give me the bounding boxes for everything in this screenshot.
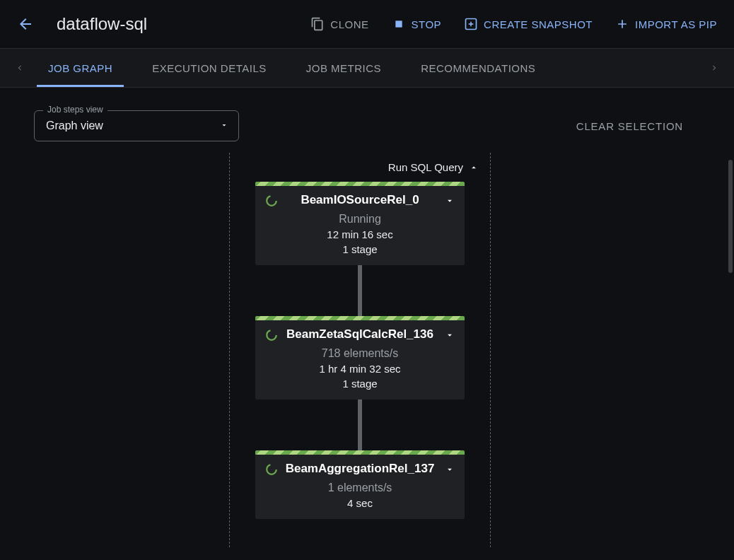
clone-label: CLONE (330, 18, 368, 30)
tabs-next[interactable] (706, 59, 723, 76)
node-title-row: BeamZetaSqlCalcRel_136 (255, 320, 465, 346)
group-title: Run SQL Query (388, 161, 463, 173)
select-value: Graph view (46, 119, 204, 132)
caret-down-icon (220, 119, 228, 132)
group-container: Run SQL Query BeamIOSourceRel_0 Running … (229, 153, 491, 549)
import-label: IMPORT AS PIP (635, 18, 717, 30)
select-legend: Job steps view (43, 105, 107, 115)
stop-button[interactable]: STOP (392, 17, 442, 31)
clone-button[interactable]: CLONE (310, 17, 368, 31)
svg-point-6 (267, 465, 276, 474)
tabs-prev[interactable] (11, 59, 28, 76)
node-title: BeamZetaSqlCalcRel_136 (286, 327, 433, 342)
tabs: JOB GRAPH EXECUTION DETAILS JOB METRICS … (0, 48, 734, 88)
svg-point-4 (267, 196, 276, 206)
tab-list: JOB GRAPH EXECUTION DETAILS JOB METRICS … (45, 49, 689, 87)
connector (358, 265, 362, 316)
clear-selection-button[interactable]: CLEAR SELECTION (576, 120, 683, 132)
node-title-row: BeamAggregationRel_137 (255, 455, 465, 480)
plus-icon (615, 17, 629, 31)
spinner-icon (265, 329, 278, 342)
spinner-icon (265, 194, 278, 207)
node-title-row: BeamIOSourceRel_0 (255, 186, 465, 211)
chevron-right-icon (709, 63, 719, 73)
arrow-left-icon (17, 16, 34, 33)
job-title: dataflow-sql (57, 14, 147, 34)
node-stages: 1 stage (255, 243, 465, 255)
back-button[interactable] (11, 10, 40, 38)
tab-execution-details[interactable]: EXECUTION DETAILS (149, 49, 269, 87)
scrollbar[interactable] (728, 160, 733, 273)
tab-recommendations[interactable]: RECOMMENDATIONS (418, 49, 538, 87)
job-steps-view-select[interactable]: Job steps view Graph view (34, 110, 239, 141)
node-stages: 1 stage (255, 378, 465, 390)
snapshot-button[interactable]: CREATE SNAPSHOT (464, 17, 593, 31)
node-title: BeamAggregationRel_137 (286, 462, 435, 476)
header: dataflow-sql CLONE STOP CREATE SNAPSHOT … (0, 0, 734, 48)
chevron-down-icon[interactable] (445, 196, 455, 209)
node-status: Running (255, 213, 465, 226)
controls-row: Job steps view Graph view CLEAR SELECTIO… (0, 88, 734, 153)
spinner-icon (265, 463, 278, 476)
group-header[interactable]: Run SQL Query (241, 161, 479, 173)
node-title: BeamIOSourceRel_0 (301, 193, 419, 207)
graph-area[interactable]: Run SQL Query BeamIOSourceRel_0 Running … (0, 153, 734, 549)
snapshot-label: CREATE SNAPSHOT (484, 18, 593, 30)
chevron-left-icon (15, 63, 25, 73)
svg-point-5 (267, 330, 276, 340)
stop-label: STOP (412, 18, 442, 30)
node-throughput: 718 elements/s (255, 347, 465, 360)
tab-job-graph[interactable]: JOB GRAPH (45, 49, 115, 87)
import-button[interactable]: IMPORT AS PIP (615, 17, 717, 31)
graph-node[interactable]: BeamZetaSqlCalcRel_136 718 elements/s 1 … (255, 316, 465, 399)
connector (358, 399, 362, 450)
copy-icon (310, 17, 325, 31)
chevron-up-icon (469, 163, 479, 173)
node-duration: 4 sec (255, 497, 465, 509)
tab-job-metrics[interactable]: JOB METRICS (303, 49, 384, 87)
graph-node[interactable]: BeamIOSourceRel_0 Running 12 min 16 sec … (255, 182, 465, 265)
header-actions: CLONE STOP CREATE SNAPSHOT IMPORT AS PIP (310, 17, 723, 31)
chevron-down-icon[interactable] (445, 330, 455, 343)
snapshot-icon (464, 17, 478, 31)
chevron-down-icon[interactable] (445, 465, 455, 477)
node-throughput: 1 elements/s (255, 482, 465, 494)
svg-rect-0 (395, 21, 402, 27)
node-duration: 1 hr 4 min 32 sec (255, 363, 465, 375)
stop-icon (392, 17, 406, 31)
node-duration: 12 min 16 sec (255, 228, 465, 240)
graph-node[interactable]: BeamAggregationRel_137 1 elements/s 4 se… (255, 450, 465, 519)
